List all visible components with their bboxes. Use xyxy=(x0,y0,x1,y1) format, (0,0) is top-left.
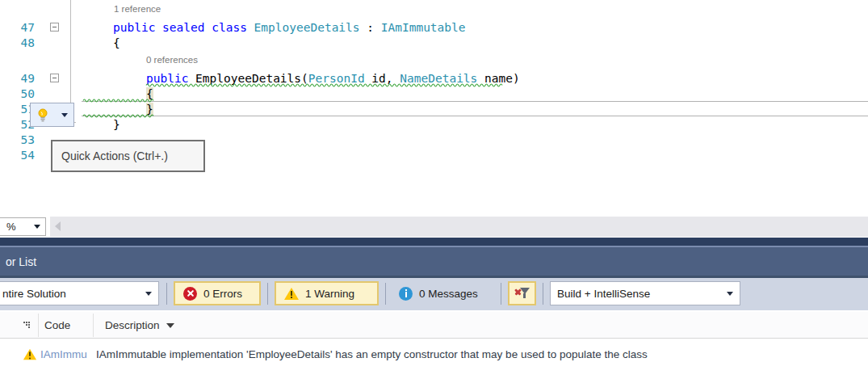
chevron-down-icon xyxy=(34,225,40,229)
code-line-48[interactable]: { xyxy=(113,36,120,51)
line-number: 50 xyxy=(0,86,35,102)
code-line-52[interactable]: } xyxy=(113,117,120,133)
line-number: 47 xyxy=(0,20,35,36)
fold-collapse-button[interactable] xyxy=(50,74,59,82)
codelens-references-link[interactable]: 1 reference xyxy=(114,4,161,15)
toolbar-separator xyxy=(385,283,386,305)
warnings-filter-button[interactable]: 1 Warning xyxy=(275,281,379,305)
info-icon xyxy=(399,287,413,301)
scroll-left-arrow-icon[interactable] xyxy=(55,221,61,231)
toolbar-separator xyxy=(543,283,543,305)
separator-token: : xyxy=(360,21,381,34)
squiggle-underline xyxy=(146,82,502,86)
warning-description: IAmImmutable implementation 'EmployeeDet… xyxy=(96,343,648,365)
toolbar-separator xyxy=(267,283,268,305)
filter-clear-icon xyxy=(514,287,530,301)
chevron-down-icon[interactable] xyxy=(61,113,68,117)
error-list-header: Code Description xyxy=(0,312,868,339)
warning-code-link[interactable]: IAmImmu xyxy=(40,343,92,365)
minus-icon xyxy=(52,78,57,78)
chevron-down-icon xyxy=(145,292,152,296)
errors-filter-button[interactable]: 0 Errors xyxy=(174,281,261,305)
window-divider xyxy=(0,238,868,246)
tooltip-text: Quick Actions (Ctrl+.) xyxy=(61,149,168,162)
open-brace-token: { xyxy=(113,36,120,49)
class-name-token: EmployeeDetails xyxy=(254,21,360,34)
error-icon xyxy=(183,287,197,301)
source-filter-value: Build + IntelliSense xyxy=(551,288,650,300)
severity-grip-icon xyxy=(23,322,31,329)
zoom-level-value: % xyxy=(0,221,34,233)
close-brace-token: } xyxy=(113,118,120,131)
vs-window: 47 48 49 50 51 52 53 54 1 reference 0 re… xyxy=(0,0,868,379)
error-list-titlebar[interactable]: or List xyxy=(0,247,868,276)
source-filter-select[interactable]: Build + IntelliSense xyxy=(550,281,740,305)
error-list-row[interactable]: IAmImmu IAmImmutable implementation 'Emp… xyxy=(0,343,868,365)
code-column-label: Code xyxy=(44,319,70,331)
messages-filter-button[interactable]: 0 Messages xyxy=(391,281,494,305)
errors-count-label: 0 Errors xyxy=(203,288,242,300)
zoom-level-select[interactable]: % xyxy=(0,217,46,236)
column-separator[interactable] xyxy=(93,314,94,337)
severity-column-header[interactable] xyxy=(23,312,31,339)
horizontal-scrollbar[interactable] xyxy=(50,217,868,237)
scope-filter-value: ntire Solution xyxy=(0,288,66,300)
chevron-down-icon xyxy=(727,292,733,296)
warnings-count-label: 1 Warning xyxy=(305,288,354,300)
warning-icon xyxy=(23,349,36,360)
line-number: 53 xyxy=(0,133,35,148)
interface-name-token: IAmImmutable xyxy=(381,21,466,34)
warning-icon xyxy=(284,288,299,300)
fold-collapse-button[interactable] xyxy=(50,23,59,32)
scope-filter-select[interactable]: ntire Solution xyxy=(0,281,159,305)
code-column-header[interactable]: Code xyxy=(44,312,70,339)
squiggle-underline xyxy=(83,98,153,102)
description-column-label: Description xyxy=(105,319,160,331)
code-editor[interactable]: 47 48 49 50 51 52 53 54 1 reference 0 re… xyxy=(0,0,868,217)
column-separator[interactable] xyxy=(38,314,39,337)
description-column-header[interactable]: Description xyxy=(105,312,174,339)
messages-count-label: 0 Messages xyxy=(419,288,478,300)
toolbar-separator xyxy=(501,283,501,305)
panel-title: or List xyxy=(6,255,36,268)
lightbulb-icon xyxy=(36,108,49,122)
clear-filters-button[interactable] xyxy=(508,281,536,305)
error-list-toolbar: ntire Solution 0 Errors 1 Warning 0 Mess… xyxy=(0,278,868,310)
quick-actions-lightbulb[interactable] xyxy=(30,103,74,127)
current-line-highlight xyxy=(82,101,868,116)
line-number: 49 xyxy=(0,71,35,86)
codelens-references-link[interactable]: 0 references xyxy=(146,55,198,65)
line-number: 48 xyxy=(0,36,35,51)
squiggle-underline xyxy=(83,113,153,117)
minus-icon xyxy=(52,27,57,27)
toolbar-separator xyxy=(166,283,167,305)
quick-actions-tooltip: Quick Actions (Ctrl+.) xyxy=(51,140,205,172)
code-line-47[interactable]: public sealed class EmployeeDetails : IA… xyxy=(113,20,466,36)
keyword-tokens: public sealed class xyxy=(113,21,254,34)
line-number: 54 xyxy=(0,148,35,163)
sort-descending-icon xyxy=(166,323,174,328)
